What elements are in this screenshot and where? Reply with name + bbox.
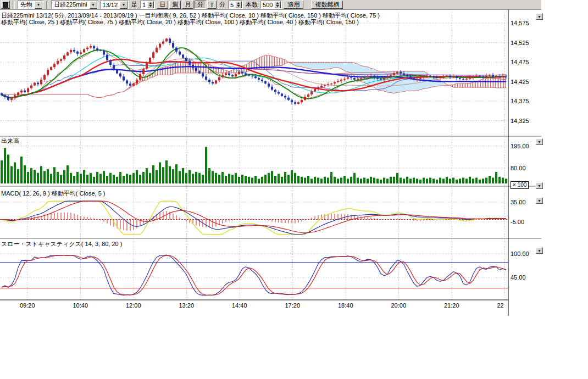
chart-canvas[interactable]	[0, 0, 541, 316]
bar-interval-spinner[interactable]: 1	[140, 1, 155, 9]
panel-menu-button-price[interactable]: ▼	[536, 13, 543, 20]
spinner-down-icon[interactable]	[149, 5, 152, 7]
chevron-down-icon: ▼	[537, 184, 541, 188]
symbol-value: 日経225mini	[54, 1, 87, 9]
chart-legend-line2: 移動平均( Close, 25 ) 移動平均( Close, 75 ) 移動平均…	[1, 18, 359, 26]
volume-multiplier-badge: × 100	[511, 181, 529, 189]
macd-panel-label: MACD( 12, 26, 9 ) 移動平均( Close, 5 )	[1, 190, 106, 198]
spinner-buttons[interactable]	[235, 1, 242, 8]
toolbar: 先物 ▼ 日経225mini ▼ 13/12 ▼ 足 1 日週月分T 分 5 本…	[0, 0, 541, 10]
period-button-分[interactable]: 分	[195, 1, 206, 9]
multi-symbol-button[interactable]: 複数銘柄	[311, 1, 343, 9]
panel-menu-button-stoch[interactable]: ▼	[536, 247, 543, 254]
instrument-type-value: 先物	[20, 1, 32, 9]
count-spinner[interactable]: 500	[260, 1, 282, 9]
instrument-type-select[interactable]: 先物 ▼	[18, 1, 43, 9]
bar-type-label: 足	[130, 1, 138, 9]
chevron-down-icon[interactable]: ▼	[120, 1, 127, 9]
count-value: 500	[263, 2, 273, 8]
volume-panel-label: 出来高	[1, 137, 19, 145]
spinner-up-icon[interactable]	[149, 2, 152, 4]
panel-menu-button-scale[interactable]: ▼	[536, 182, 543, 189]
minute-value: 5	[230, 2, 234, 8]
toolbar-separator	[13, 1, 15, 9]
spinner-buttons[interactable]	[274, 1, 281, 8]
period-button-日[interactable]: 日	[157, 1, 168, 9]
period-button-週[interactable]: 週	[169, 1, 181, 9]
contract-month-value: 13/12	[103, 2, 118, 8]
period-button-T[interactable]: T	[207, 1, 217, 9]
app-icon	[3, 2, 8, 8]
spinner-buttons[interactable]	[147, 1, 154, 8]
panel-menu-button-volume[interactable]: ▼	[536, 138, 543, 145]
count-label: 本数	[245, 1, 259, 9]
toolbar-separator	[46, 1, 48, 9]
minute-spinner[interactable]: 5	[228, 1, 243, 9]
minute-label: 分	[218, 1, 226, 9]
spinner-up-icon[interactable]	[276, 2, 279, 4]
period-button-group: 日週月分T	[157, 1, 217, 9]
bar-interval-value: 1	[142, 2, 146, 8]
period-button-月[interactable]: 月	[182, 1, 193, 9]
panel-menu-button-macd[interactable]: ▼	[536, 197, 543, 204]
stochastics-panel-label: スロー・ストキャスティクス( 14, 3, 80, 20 )	[1, 240, 122, 248]
contract-month-select[interactable]: 13/12 ▼	[100, 1, 129, 9]
spinner-down-icon[interactable]	[276, 5, 279, 7]
spinner-up-icon[interactable]	[237, 2, 240, 4]
chevron-down-icon: ▼	[537, 249, 541, 253]
chevron-down-icon[interactable]: ▼	[35, 1, 42, 9]
chevron-down-icon: ▼	[537, 199, 541, 203]
chart-application: 14,57514,52514,47514,42514,37514,325195.…	[0, 0, 588, 379]
chevron-down-icon: ▼	[537, 140, 541, 144]
apply-button[interactable]: 適用	[284, 1, 303, 9]
symbol-select[interactable]: 日経225mini ▼	[51, 1, 98, 9]
window-icon-button[interactable]	[1, 1, 10, 9]
chevron-down-icon: ▼	[537, 15, 541, 19]
spinner-down-icon[interactable]	[237, 5, 240, 7]
chevron-down-icon[interactable]: ▼	[90, 1, 97, 9]
